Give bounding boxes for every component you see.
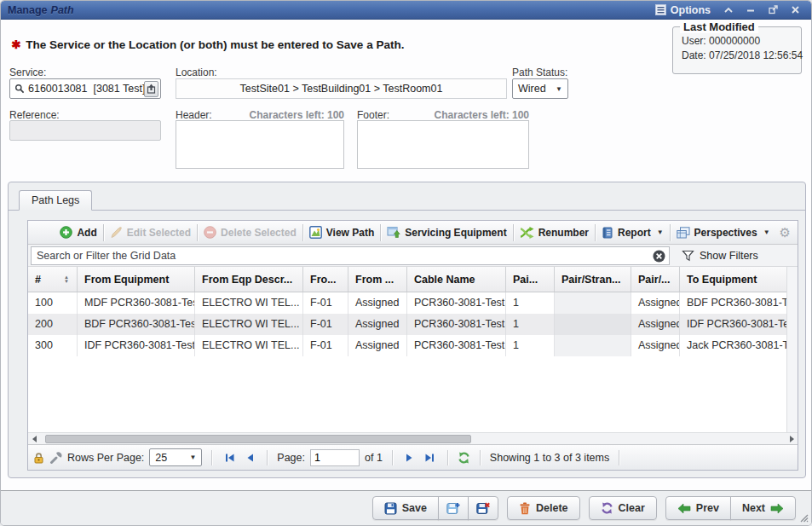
first-page-button[interactable] [222, 450, 237, 465]
column-header-to-equipment[interactable]: To Equipment [680, 267, 788, 292]
table-row[interactable]: 300 IDF PCR360-3081-Test-... ELECTRO WI … [28, 335, 788, 356]
resize-grip[interactable] [799, 513, 809, 523]
refresh-icon[interactable] [458, 452, 470, 464]
pager-separator [480, 450, 481, 465]
toolbar-separator [197, 224, 198, 241]
close-icon [792, 6, 799, 14]
perspectives-button[interactable]: Perspectives ▼ [677, 227, 770, 239]
next-arrow-icon [770, 503, 784, 514]
prev-button[interactable]: Prev [665, 496, 731, 520]
toolbar-separator [103, 224, 104, 241]
popout-button[interactable] [763, 3, 782, 17]
horizontal-scrollbar[interactable] [28, 432, 798, 444]
reference-label: Reference: [9, 109, 60, 121]
save-button[interactable]: Save [372, 496, 439, 520]
renumber-shuffle-icon [520, 227, 534, 239]
last-page-button[interactable] [423, 450, 438, 465]
close-button[interactable] [786, 3, 804, 17]
collapse-button[interactable] [719, 3, 738, 17]
edit-pencil-icon [110, 226, 123, 239]
wrench-icon[interactable] [49, 452, 62, 464]
location-label: Location: [176, 66, 217, 78]
grid-search-row: Show Filters [28, 245, 798, 267]
options-button[interactable]: Options [650, 3, 716, 17]
prev-page-button[interactable] [242, 450, 257, 465]
search-input[interactable] [31, 246, 670, 265]
scroll-left-arrow[interactable] [28, 433, 40, 445]
sort-arrows-icon[interactable]: ▲▼ [64, 275, 69, 284]
popout-icon [769, 5, 778, 14]
save-and-new-button[interactable] [438, 496, 469, 520]
clear-search-icon[interactable] [653, 250, 665, 263]
tab-strip: Path Legs [9, 190, 805, 211]
view-path-button[interactable]: View Path [309, 226, 374, 239]
column-header-from[interactable]: From ... [348, 267, 407, 292]
delete-selected-label: Delete Selected [221, 227, 297, 239]
window-title-emphasis: Path [51, 4, 74, 16]
clear-button[interactable]: Clear [589, 496, 657, 520]
path-status-value: Wired [518, 83, 546, 95]
delete-selected-button[interactable]: Delete Selected [204, 226, 297, 239]
add-label: Add [77, 227, 96, 239]
header-chars-left: Characters left: 100 [239, 109, 344, 121]
service-field[interactable]: 6160013081 [3081 Test] [9, 78, 161, 99]
servicing-equipment-button[interactable]: Servicing Equipment [387, 226, 506, 239]
column-header-from-eqp-descr[interactable]: From Eqp Descr... [195, 267, 303, 292]
add-button[interactable]: Add [60, 226, 96, 239]
table-row[interactable]: 200 BDF PCR360-3081-Test... ELECTRO WI T… [28, 314, 788, 335]
column-header-from-equipment[interactable]: From Equipment [78, 267, 195, 292]
minimize-icon [746, 7, 755, 14]
minimize-button[interactable] [741, 3, 760, 17]
location-field[interactable]: TestSite01 > TestBuilding01 > TestRoom01 [176, 78, 507, 99]
rows-per-page-select[interactable]: 25 ▼ [149, 448, 202, 466]
clear-label: Clear [619, 502, 645, 514]
view-path-icon [309, 226, 322, 239]
column-header-pair[interactable]: Pair/... [631, 267, 680, 292]
tab-path-legs[interactable]: Path Legs [19, 190, 92, 211]
page-number-input[interactable] [310, 449, 360, 466]
vertical-scrollbar[interactable] [786, 267, 798, 432]
service-label: Service: [9, 66, 46, 78]
column-header-number[interactable]: # ▲▼ [28, 267, 78, 292]
next-button[interactable]: Next [730, 496, 796, 520]
clear-refresh-icon [601, 502, 613, 514]
lock-icon[interactable] [33, 452, 44, 464]
last-modified-legend: Last Modified [680, 20, 758, 33]
pager-separator [619, 450, 619, 465]
toolbar-separator [380, 224, 381, 241]
service-detail-button[interactable] [144, 81, 158, 97]
header-textarea[interactable] [176, 120, 344, 169]
table-row[interactable]: 100 MDF PCR360-3081-Tes... ELECTRO WI TE… [28, 292, 788, 314]
funnel-icon [682, 250, 694, 262]
next-page-button[interactable] [402, 450, 418, 465]
edit-selected-label: Edit Selected [127, 227, 191, 239]
bottom-button-bar: Save Delete Clear Prev Next [1, 490, 811, 525]
renumber-button[interactable]: Renumber [520, 227, 589, 239]
report-button[interactable]: Report ▼ [602, 227, 664, 239]
path-status-select[interactable]: Wired ▼ [512, 78, 568, 99]
rows-per-page-label: Rows Per Page: [67, 452, 144, 464]
remove-icon [204, 226, 216, 239]
column-header-cable-name[interactable]: Cable Name [407, 267, 506, 292]
options-list-icon [655, 4, 666, 15]
save-and-close-button[interactable] [468, 496, 498, 520]
save-new-floppy-icon [446, 502, 460, 515]
column-header-pai[interactable]: Pai... [506, 267, 555, 292]
toolbar-separator [302, 224, 303, 241]
perspectives-label: Perspectives [694, 227, 757, 239]
reference-input[interactable] [9, 120, 161, 141]
column-header-fro[interactable]: Fro... [303, 267, 348, 292]
scrollbar-thumb[interactable] [45, 435, 471, 443]
column-header-pair-stran[interactable]: Pair/Stran... [555, 267, 631, 292]
delete-button[interactable]: Delete [507, 496, 580, 520]
toolbar-separator [595, 224, 596, 241]
footer-label: Footer: [357, 109, 389, 121]
report-notebook-icon [602, 227, 613, 239]
scrollbar-track[interactable] [40, 433, 786, 445]
last-modified-date: Date: 07/25/2018 12:56:54 [682, 49, 794, 63]
footer-textarea[interactable] [357, 120, 529, 169]
scroll-right-arrow[interactable] [786, 433, 798, 445]
gear-icon[interactable]: ⚙ [780, 226, 791, 239]
show-filters-button[interactable]: Show Filters [670, 250, 798, 262]
edit-selected-button[interactable]: Edit Selected [110, 226, 191, 239]
